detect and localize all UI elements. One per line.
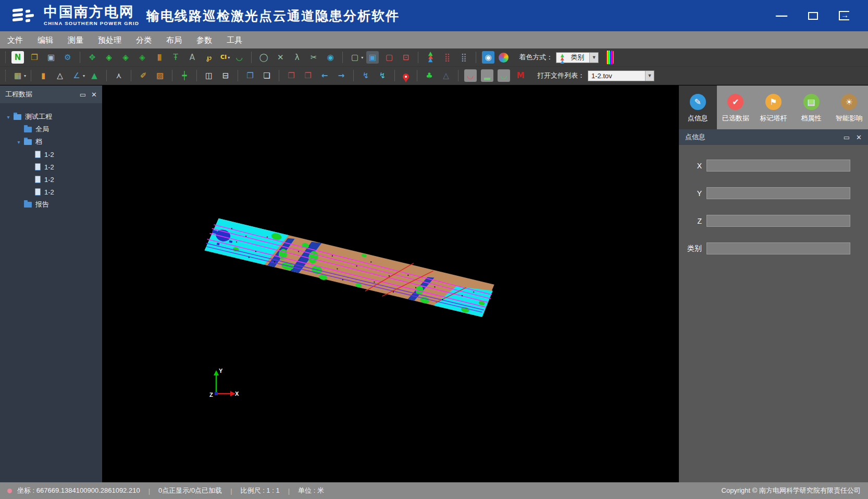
height-check-icon[interactable]: A [186,51,199,64]
span-safe-icon[interactable]: ◡ [498,69,510,82]
pole-filter-icon[interactable]: ||| [153,51,165,64]
menu-layout[interactable]: 布局 [159,31,189,48]
tab-span-attributes[interactable]: ▤档属性 [792,86,830,129]
menu-edit[interactable]: 编辑 [30,31,60,48]
tree-expander-icon[interactable]: ▾ [5,114,11,120]
menu-preprocess[interactable]: 预处理 [91,31,129,48]
node-measure-icon[interactable]: ⋏ [113,69,125,82]
new-view-icon[interactable]: ❏ [261,69,273,82]
class-render-icon[interactable]: ▲▲▲ [424,51,437,64]
triangle-measure-icon[interactable]: △ [54,69,66,82]
span-danger-icon[interactable]: ◡ [464,69,477,82]
colorbar-icon[interactable] [606,51,614,64]
ground-extract-icon[interactable]: Ŧ [169,51,182,64]
key-tool-icon[interactable]: ℘ [203,51,215,64]
colorize-dropdown-arrow[interactable]: ▼ [589,53,598,63]
tree-item-1-2[interactable]: 1-2 [3,148,100,161]
catenary-icon[interactable]: ◡ [233,51,245,64]
copy-view-icon[interactable]: ❐ [244,69,256,82]
profile-view-icon[interactable]: ▦ [11,69,24,82]
save-icon[interactable]: ▣ [45,51,57,64]
rect-select-icon[interactable]: ▢ [349,51,361,64]
settings-gear-icon[interactable]: ⚙ [61,51,74,64]
project-panel-float-icon[interactable]: ▭ [80,91,86,99]
snapshot-camera-icon[interactable]: ◉ [482,51,494,64]
classify-line-icon[interactable]: ◈ [119,51,132,64]
angle-measure-icon-dropdown-arrow[interactable]: ▾ [83,74,85,78]
palette-icon[interactable] [499,53,509,63]
menu-measure[interactable]: 测量 [60,31,91,48]
next-view-icon[interactable]: ❐ [302,69,314,82]
cut-select-icon[interactable]: ✂ [307,51,320,64]
new-file-icon[interactable]: N [11,51,24,64]
y-field[interactable] [706,187,850,199]
move-tool-icon[interactable]: ✥ [86,51,98,64]
form-row-category: 类别 [679,242,868,254]
deselect-point-icon[interactable]: ⊡ [400,51,412,64]
tree-item-1-2[interactable]: 1-2 [3,186,100,198]
colorize-select[interactable]: ▲▲▲ 类别 ▼ [556,52,599,63]
ellipse-select-icon[interactable]: ◯ [257,51,270,64]
tree-item-全局[interactable]: 全局 [3,123,100,136]
ruler-icon[interactable]: ▮ [37,69,49,82]
ci-tool-icon-dropdown-arrow[interactable]: ▾ [228,55,230,60]
ci-tool-icon[interactable]: CI [219,51,228,64]
category-field[interactable] [706,242,850,254]
rect-select-active-icon[interactable]: ▣ [366,51,379,64]
deselect-region-icon[interactable]: ▢ [383,51,395,64]
tab-smart-imagery[interactable]: ☀智能影响 [830,86,868,129]
grid-render-icon[interactable]: ⣿ [441,51,453,64]
tree-item-1-2[interactable]: 1-2 [3,173,100,186]
tree-icon[interactable]: ♣ [423,69,436,82]
back-icon[interactable]: ← [318,69,331,82]
point-panel-float-icon[interactable]: ▭ [844,133,850,141]
split-vertical-icon[interactable]: ◫ [203,69,215,82]
minimize-button[interactable]: — [776,9,787,22]
north-arrow-icon[interactable]: ▲ [88,69,101,82]
intensity-render-icon[interactable]: ⣿ [457,51,470,64]
span-ground-icon[interactable]: ▂ [481,69,493,82]
menu-file[interactable]: 文件 [0,31,30,48]
project-panel-close-icon[interactable]: ✕ [91,91,97,99]
route-line-alt-icon[interactable]: ↯ [376,69,389,82]
lambda-select-icon[interactable]: λ [291,51,303,64]
tab-selected-data[interactable]: ✔已选数据 [717,86,755,129]
forward-icon[interactable]: → [335,69,348,82]
prev-view-icon[interactable]: ❐ [285,69,297,82]
classify-area-icon[interactable]: ◈ [136,51,148,64]
tree-item-1-2[interactable]: 1-2 [3,161,100,173]
rect-select-icon-dropdown-arrow[interactable]: ▾ [361,55,363,60]
viewport-canvas[interactable]: Y X Z [102,86,679,482]
tab-mark-tower[interactable]: ⚑标记塔杆 [754,86,792,129]
brush-icon[interactable]: ✐ [137,69,150,82]
open-folder-icon[interactable]: ❐ [28,51,41,64]
menu-classify[interactable]: 分类 [129,31,159,48]
split-horizontal-icon[interactable]: ⊟ [219,69,232,82]
comb-ruler-icon[interactable]: ▨ [154,69,166,82]
tree-item-测试工程[interactable]: ▾测试工程 [3,111,100,123]
filelist-select[interactable]: 1-2.tov ▼ [588,70,654,81]
route-line-icon[interactable]: ↯ [359,69,372,82]
view-eye-icon[interactable]: ◉ [324,51,337,64]
point-panel-close-icon[interactable]: ✕ [856,133,862,141]
maximize-button[interactable] [808,12,818,20]
locate-pin-icon[interactable] [403,74,409,80]
tower-icon[interactable]: △ [440,69,452,82]
right-panel: ✎点信息✔已选数据⚑标记塔杆▤档属性☀智能影响 点信息 ▭ ✕ XYZ类别 [679,86,868,482]
x-field[interactable] [706,160,850,172]
profile-view-icon-dropdown-arrow[interactable]: ▾ [24,74,26,78]
exit-button[interactable]: → [839,11,849,20]
angle-measure-icon[interactable]: ∠ [70,69,83,82]
menu-tools[interactable]: 工具 [219,31,250,48]
classify-inner-icon[interactable]: ◈ [103,51,115,64]
cross-select-icon[interactable]: ✕ [274,51,287,64]
menu-params[interactable]: 参数 [189,31,219,48]
z-field[interactable] [706,215,850,227]
tree-expander-icon[interactable]: ▾ [16,139,22,145]
section-marker-icon[interactable]: ┿ [178,69,191,82]
filelist-dropdown-arrow[interactable]: ▼ [645,71,654,81]
tree-item-档[interactable]: ▾档 [3,136,100,148]
marker-m-icon[interactable]: M [514,69,527,82]
tree-item-报告[interactable]: 报告 [3,198,100,211]
tab-point-info[interactable]: ✎点信息 [679,86,717,129]
